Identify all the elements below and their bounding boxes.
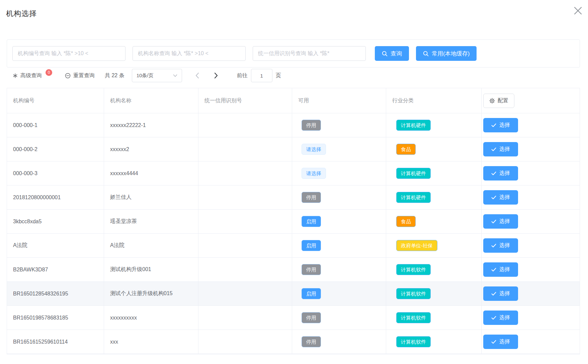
advanced-query-label: 高级查询 [20, 72, 42, 79]
check-icon [491, 220, 496, 224]
org-code-cell: 000-000-1 [7, 113, 104, 137]
table-row: BR1651615259610114 xxx 停用 计算机软件 选择 [7, 330, 580, 354]
org-name-cell: xxx [104, 330, 198, 354]
industry-badge[interactable]: 计算机软件 [396, 336, 431, 347]
select-button-label: 选择 [499, 338, 510, 345]
reset-query-label: 重置查询 [73, 72, 95, 79]
header-industry: 行业分类 [386, 88, 482, 113]
org-code-cell: 3kbcc8xda5 [7, 210, 104, 233]
status-badge[interactable]: 启用 [302, 288, 321, 299]
org-code-cell: A法院 [7, 234, 104, 257]
org-table: 机构编号 机构名称 统一信用识别号 可用 行业分类 [7, 88, 580, 354]
header-org-code: 机构编号 [7, 88, 104, 113]
status-badge[interactable]: 停用 [302, 120, 321, 131]
credit-code-cell [198, 282, 292, 306]
table-row: BR1650198578683185 xxxxxxxxxx 停用 计算机软件 选… [7, 306, 580, 330]
org-name-cell: 娇兰佳人 [104, 186, 198, 209]
credit-code-cell [198, 137, 292, 161]
goto-label: 前往 [237, 72, 248, 79]
select-button[interactable]: 选择 [483, 286, 518, 301]
select-button-label: 选择 [499, 122, 510, 129]
table-row: 000-000-1 xxxxxx22222-1 停用 计算机硬件 选择 [7, 113, 580, 137]
select-button[interactable]: 选择 [483, 262, 518, 277]
table-row: 2018120800000001 娇兰佳人 停用 计算机硬件 选择 [7, 186, 580, 210]
select-button[interactable]: 选择 [483, 142, 518, 156]
check-icon [491, 123, 496, 127]
select-button[interactable]: 选择 [483, 311, 518, 325]
credit-code-input[interactable] [253, 46, 366, 61]
advanced-query-link[interactable]: 高级查询 0 [13, 72, 52, 79]
industry-badge[interactable]: 计算机硬件 [396, 120, 431, 131]
org-name-input[interactable] [133, 46, 246, 61]
table-row: 000-000-3 xxxxxx4444 请选择 计算机硬件 选择 [7, 161, 580, 186]
goto-page-input[interactable] [251, 69, 272, 82]
check-icon [491, 244, 496, 248]
toolbar: 高级查询 0 重置查询 共 22 条 10条/页 前往 页 [13, 68, 281, 83]
select-button[interactable]: 选择 [483, 118, 518, 132]
select-button-label: 选择 [499, 290, 510, 297]
status-badge[interactable]: 停用 [302, 192, 321, 203]
status-badge[interactable]: 停用 [302, 264, 321, 275]
status-badge[interactable]: 启用 [302, 216, 321, 227]
org-code-cell: 000-000-3 [7, 161, 104, 185]
select-button[interactable]: 选择 [483, 214, 518, 229]
status-badge[interactable]: 停用 [302, 312, 321, 323]
industry-badge[interactable]: 政府单位-社保 [396, 240, 437, 251]
credit-code-cell [198, 186, 292, 209]
status-badge[interactable]: 停用 [302, 336, 321, 347]
org-code-input[interactable] [12, 46, 125, 61]
config-button[interactable]: 配置 [483, 94, 514, 108]
header-available: 可用 [292, 88, 386, 113]
industry-badge[interactable]: 计算机软件 [396, 312, 431, 323]
search-icon [382, 51, 388, 56]
org-code-cell: BR1650198578683185 [7, 306, 104, 330]
credit-code-cell [198, 161, 292, 185]
status-badge[interactable]: 请选择 [302, 144, 326, 155]
select-button-label: 选择 [499, 170, 510, 177]
goto-suffix: 页 [276, 72, 281, 79]
check-icon [491, 316, 496, 320]
status-badge[interactable]: 启用 [302, 240, 321, 251]
chevron-down-icon [173, 74, 177, 77]
gear-icon [489, 98, 495, 104]
industry-badge[interactable]: 计算机软件 [396, 264, 431, 275]
select-button[interactable]: 选择 [483, 166, 518, 180]
org-code-cell: BR1650128548326195 [7, 282, 104, 306]
org-code-cell: BR1651615259610114 [7, 330, 104, 354]
close-icon[interactable] [571, 3, 585, 18]
select-button-label: 选择 [499, 218, 510, 225]
table-row: B2BAWK3D87 测试机构升级001 停用 计算机软件 选择 [7, 258, 580, 282]
credit-code-cell [198, 113, 292, 137]
table-row: 3kbcc8xda5 瑶圣堂凉茶 启用 食品 选择 [7, 210, 580, 234]
check-icon [491, 268, 496, 272]
industry-badge[interactable]: 计算机硬件 [396, 168, 431, 179]
industry-badge[interactable]: 食品 [396, 144, 416, 155]
total-count-text: 共 22 条 [105, 72, 124, 79]
credit-code-cell [198, 258, 292, 281]
prev-page-button[interactable] [190, 69, 205, 82]
industry-badge[interactable]: 食品 [396, 216, 416, 227]
advanced-query-icon [13, 73, 18, 78]
org-name-cell: xxxxxxxxxx [104, 306, 198, 330]
industry-badge[interactable]: 计算机硬件 [396, 192, 431, 203]
select-button[interactable]: 选择 [483, 335, 518, 349]
table-header-row: 机构编号 机构名称 统一信用识别号 可用 行业分类 [7, 88, 580, 113]
industry-badge[interactable]: 计算机软件 [396, 288, 431, 299]
reset-query-link[interactable]: 重置查询 [65, 72, 95, 79]
select-button-label: 选择 [499, 314, 510, 321]
status-badge[interactable]: 请选择 [302, 168, 326, 179]
circle-minus-icon [65, 73, 71, 79]
common-cache-button[interactable]: 常用(本地缓存) [416, 46, 477, 61]
org-name-cell: xxxxxx2 [104, 137, 198, 161]
org-name-cell: 测试机构升级001 [104, 258, 198, 281]
credit-code-cell [198, 234, 292, 257]
org-name-cell: xxxxxx4444 [104, 161, 198, 185]
select-button-label: 选择 [499, 242, 510, 249]
goto-page: 前往 页 [237, 69, 281, 82]
select-button-label: 选择 [499, 194, 510, 201]
page-size-select[interactable]: 10条/页 [132, 69, 182, 82]
select-button[interactable]: 选择 [483, 238, 518, 253]
select-button[interactable]: 选择 [483, 190, 518, 205]
query-button[interactable]: 查询 [375, 46, 409, 61]
next-page-button[interactable] [209, 69, 224, 82]
